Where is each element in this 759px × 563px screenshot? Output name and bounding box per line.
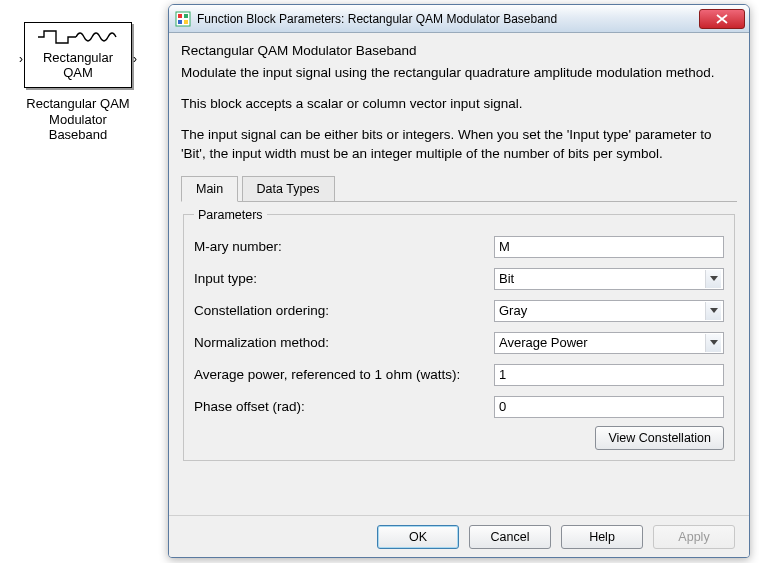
- dialog-body: Rectangular QAM Modulator Baseband Modul…: [169, 33, 749, 469]
- select-input-type[interactable]: Bit: [494, 268, 724, 290]
- description-3: The input signal can be either bits or i…: [181, 126, 737, 164]
- select-constellation-ordering-value: Gray: [499, 303, 527, 318]
- row-normalization-method: Normalization method: Average Power: [194, 328, 724, 358]
- input-phase-offset[interactable]: [494, 396, 724, 418]
- description-2: This block accepts a scalar or column ve…: [181, 95, 737, 114]
- label-normalization-method: Normalization method:: [194, 335, 329, 350]
- chevron-down-icon: [705, 334, 721, 352]
- titlebar[interactable]: Function Block Parameters: Rectangular Q…: [169, 5, 749, 33]
- block-label-line1: Rectangular: [43, 50, 113, 65]
- dialog-footer: OK Cancel Help Apply: [169, 515, 749, 557]
- row-constellation-ordering: Constellation ordering: Gray: [194, 296, 724, 326]
- label-constellation-ordering: Constellation ordering:: [194, 303, 329, 318]
- help-button[interactable]: Help: [561, 525, 643, 549]
- svg-rect-3: [178, 20, 182, 24]
- window-title: Function Block Parameters: Rectangular Q…: [197, 12, 699, 26]
- app-icon: [175, 11, 191, 27]
- simulink-block[interactable]: › › Rectangular QAM: [24, 22, 132, 88]
- parameters-legend: Parameters: [194, 208, 267, 222]
- simulink-block-container: › › Rectangular QAM Rectangular QAM Modu…: [18, 22, 138, 143]
- block-caption-l3: Baseband: [49, 127, 108, 142]
- row-phase-offset: Phase offset (rad):: [194, 392, 724, 422]
- label-input-type: Input type:: [194, 271, 257, 286]
- description-1: Modulate the input signal using the rect…: [181, 64, 737, 83]
- tabstrip: Main Data Types: [181, 176, 737, 202]
- input-mary-number[interactable]: [494, 236, 724, 258]
- tab-content-main: Parameters M-ary number: Input type: Bit: [181, 202, 737, 469]
- input-port-icon: ›: [19, 52, 23, 66]
- view-constellation-button[interactable]: View Constellation: [595, 426, 724, 450]
- select-normalization-method[interactable]: Average Power: [494, 332, 724, 354]
- block-caption: Rectangular QAM Modulator Baseband: [18, 96, 138, 143]
- close-button[interactable]: [699, 9, 745, 29]
- parameters-fieldset: Parameters M-ary number: Input type: Bit: [183, 208, 735, 461]
- block-caption-l1: Rectangular QAM: [26, 96, 129, 111]
- close-icon: [716, 14, 728, 24]
- svg-rect-4: [184, 20, 188, 24]
- row-view-constellation: View Constellation: [194, 426, 724, 450]
- row-average-power: Average power, referenced to 1 ohm (watt…: [194, 360, 724, 390]
- block-label-line2: QAM: [63, 65, 93, 80]
- ok-button[interactable]: OK: [377, 525, 459, 549]
- row-mary-number: M-ary number:: [194, 232, 724, 262]
- select-input-type-value: Bit: [499, 271, 514, 286]
- block-heading: Rectangular QAM Modulator Baseband: [181, 43, 737, 58]
- tab-main[interactable]: Main: [181, 176, 238, 202]
- label-mary-number: M-ary number:: [194, 239, 282, 254]
- cancel-button[interactable]: Cancel: [469, 525, 551, 549]
- chevron-down-icon: [705, 302, 721, 320]
- select-normalization-method-value: Average Power: [499, 335, 588, 350]
- svg-rect-2: [184, 14, 188, 18]
- block-caption-l2: Modulator: [49, 112, 107, 127]
- chevron-down-icon: [705, 270, 721, 288]
- label-average-power: Average power, referenced to 1 ohm (watt…: [194, 367, 460, 382]
- svg-rect-1: [178, 14, 182, 18]
- select-constellation-ordering[interactable]: Gray: [494, 300, 724, 322]
- apply-button: Apply: [653, 525, 735, 549]
- parameters-dialog: Function Block Parameters: Rectangular Q…: [168, 4, 750, 558]
- tab-data-types[interactable]: Data Types: [242, 176, 335, 202]
- label-phase-offset: Phase offset (rad):: [194, 399, 305, 414]
- waveform-icon: [25, 29, 131, 49]
- output-port-icon: ›: [133, 52, 137, 66]
- row-input-type: Input type: Bit: [194, 264, 724, 294]
- block-label: Rectangular QAM: [25, 51, 131, 81]
- input-average-power[interactable]: [494, 364, 724, 386]
